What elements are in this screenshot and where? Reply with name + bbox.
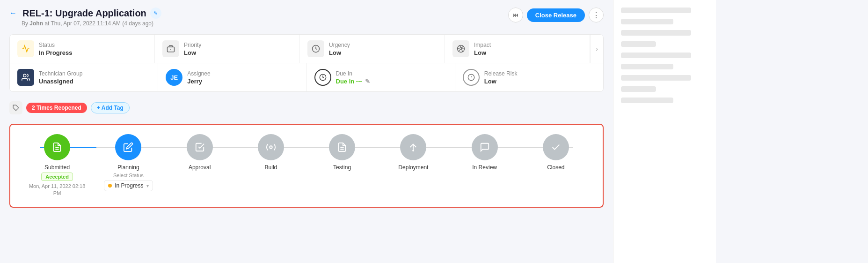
sidebar-row [621, 64, 673, 69]
sidebar-row [621, 98, 673, 103]
technician-group-icon [17, 69, 34, 86]
step-label-testing: Testing [333, 164, 351, 171]
accepted-badge: Accepted [41, 173, 73, 181]
sidebar [613, 0, 716, 263]
expand-button[interactable]: › [590, 35, 603, 63]
sidebar-row [621, 75, 691, 81]
tags-row: 2 Times Reopened + Add Tag [9, 98, 604, 118]
more-icon: ⋮ [592, 11, 600, 20]
pipeline-steps: Submitted Accepted Mon, Apr 11, 2022 02:… [22, 134, 591, 197]
info-row-1: Status In Progress Priority Low [10, 35, 603, 63]
step-label-build: Build [265, 164, 277, 171]
priority-text: Priority Low [184, 42, 201, 56]
assignee-cell[interactable]: JE Assignee Jerry [158, 63, 306, 91]
sidebar-row [621, 53, 691, 58]
status-icon [17, 40, 34, 57]
release-risk-icon [463, 69, 480, 86]
svg-point-12 [270, 146, 272, 149]
status-select-value: In Progress [115, 182, 143, 189]
step-circle-deployment [400, 134, 426, 160]
chevron-down-icon: ▾ [146, 183, 149, 188]
step-label-in-review: In Review [472, 164, 497, 171]
priority-cell[interactable]: Priority Low [155, 35, 300, 63]
release-risk-text: Release Risk Low [484, 70, 518, 85]
header-title-row: ← REL-1: Upgrade Application ✎ [9, 8, 161, 19]
sidebar-row [621, 86, 656, 92]
step-circle-submitted [44, 134, 70, 160]
step-circle-approval [187, 134, 213, 160]
step-label-submitted: Submitted [44, 164, 70, 171]
impact-cell[interactable]: Impact Low [445, 35, 590, 63]
status-dot [108, 184, 112, 188]
step-planning[interactable]: Planning Select Status In Progress ▾ [93, 134, 164, 191]
urgency-cell[interactable]: Urgency Low [300, 35, 445, 63]
sidebar-row [621, 19, 673, 24]
skip-button[interactable]: ⏮ [508, 8, 523, 23]
status-select-planning[interactable]: In Progress ▾ [104, 180, 153, 191]
urgency-icon [307, 40, 324, 57]
due-in-icon [314, 69, 331, 86]
step-circle-in-review [472, 134, 498, 160]
sidebar-row [621, 30, 691, 36]
pencil-icon: ✎ [153, 10, 158, 16]
more-options-button[interactable]: ⋮ [589, 8, 604, 23]
skip-icon: ⏮ [513, 12, 518, 18]
technician-group-text: Technician Group Unassigned [39, 70, 82, 85]
step-in-review[interactable]: In Review [449, 134, 520, 173]
pipeline-container: Submitted Accepted Mon, Apr 11, 2022 02:… [9, 124, 604, 208]
add-tag-button[interactable]: + Add Tag [91, 102, 130, 113]
assignee-text: Assignee Jerry [187, 70, 210, 85]
step-label-approval: Approval [189, 164, 211, 171]
priority-icon [162, 40, 179, 57]
status-text: Status In Progress [39, 42, 73, 56]
edit-title-button[interactable]: ✎ [150, 8, 161, 19]
urgency-text: Urgency Low [329, 42, 350, 56]
step-label-deployment: Deployment [398, 164, 428, 171]
step-circle-closed [543, 134, 569, 160]
impact-text: Impact Low [474, 42, 491, 56]
step-date-submitted: Mon, Apr 11, 2022 02:18PM [29, 183, 85, 197]
step-label-closed: Closed [547, 164, 564, 171]
edit-due-icon[interactable]: ✎ [365, 78, 370, 85]
page-header: ← REL-1: Upgrade Application ✎ By John a… [9, 8, 604, 27]
step-submitted[interactable]: Submitted Accepted Mon, Apr 11, 2022 02:… [22, 134, 93, 197]
page-title: REL-1: Upgrade Application [22, 8, 146, 19]
times-reopened-badge: 2 Times Reopened [26, 103, 87, 113]
sidebar-row [621, 41, 656, 47]
step-label-planning: Planning [117, 164, 139, 171]
header-subtitle: By John at Thu, Apr 07, 2022 11:14 AM (4… [22, 20, 161, 27]
step-build[interactable]: Build [235, 134, 306, 173]
technician-group-cell[interactable]: Technician Group Unassigned [10, 63, 158, 91]
step-approval[interactable]: Approval [164, 134, 235, 173]
impact-icon [452, 40, 469, 57]
status-cell[interactable]: Status In Progress [10, 35, 155, 63]
header-left: ← REL-1: Upgrade Application ✎ By John a… [9, 8, 161, 27]
step-deployment[interactable]: Deployment [378, 134, 449, 173]
info-grid: Status In Progress Priority Low [9, 34, 604, 92]
header-actions: ⏮ Close Release ⋮ [508, 8, 604, 23]
release-risk-cell[interactable]: Release Risk Low [455, 63, 603, 91]
step-circle-planning [115, 134, 141, 160]
tag-icon [9, 101, 22, 114]
step-sublabel-planning: Select Status [113, 173, 144, 178]
info-row-2: Technician Group Unassigned JE Assignee … [10, 63, 603, 91]
step-closed[interactable]: Closed [520, 134, 591, 173]
assignee-avatar: JE [166, 69, 182, 86]
svg-point-15 [413, 150, 414, 151]
step-circle-testing [329, 134, 355, 160]
step-circle-build [258, 134, 284, 160]
svg-point-4 [23, 74, 26, 77]
due-in-text: Due In Due In --- ✎ [336, 70, 370, 85]
due-in-cell[interactable]: Due In Due In --- ✎ [307, 63, 455, 91]
back-button[interactable]: ← [9, 9, 17, 17]
close-release-button[interactable]: Close Release [527, 8, 585, 22]
sidebar-row [621, 8, 691, 13]
step-testing[interactable]: Testing [306, 134, 378, 173]
